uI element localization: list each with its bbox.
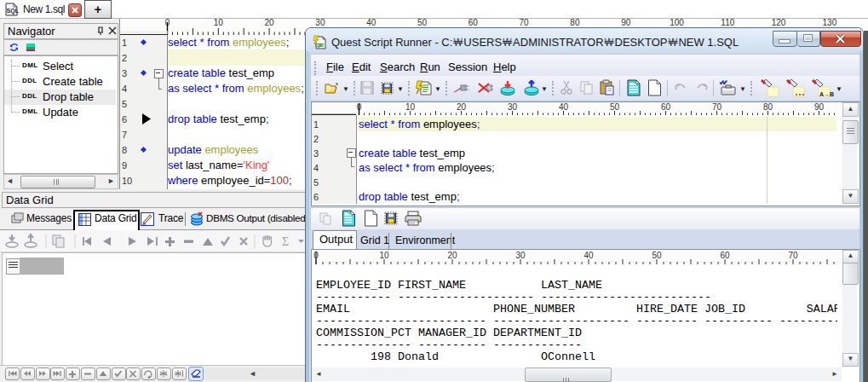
svg-text:10: 10 [379, 251, 389, 260]
svg-text:10: 10 [214, 19, 224, 27]
svg-text:40: 40 [559, 102, 569, 112]
svg-text:20: 20 [447, 251, 457, 260]
svg-text:100: 100 [670, 19, 684, 27]
svg-text:60: 60 [720, 251, 730, 260]
svg-text:70: 70 [520, 19, 530, 27]
svg-text:Σ: Σ [282, 235, 289, 248]
svg-text:20: 20 [265, 19, 275, 27]
svg-text:SQL: SQL [7, 8, 19, 14]
svg-text:60: 60 [468, 19, 479, 27]
svg-text:30: 30 [515, 251, 526, 260]
svg-text:50: 50 [652, 251, 662, 260]
svg-text:20: 20 [457, 102, 467, 112]
svg-text:60: 60 [661, 102, 671, 112]
svg-text:110: 110 [721, 19, 734, 27]
svg-text:30: 30 [315, 19, 325, 27]
svg-text:QSR: QSR [316, 43, 325, 48]
svg-text:70: 70 [712, 102, 722, 112]
svg-text:A→B: A→B [819, 91, 834, 97]
svg-text:90: 90 [814, 102, 825, 112]
svg-text:10: 10 [405, 102, 416, 112]
svg-text:40: 40 [366, 19, 377, 27]
svg-text:30: 30 [508, 102, 518, 112]
svg-text:120: 120 [772, 19, 786, 27]
svg-text:90: 90 [621, 19, 631, 27]
svg-text:40: 40 [583, 251, 594, 260]
svg-text:130: 130 [823, 19, 837, 27]
svg-text:80: 80 [570, 19, 580, 27]
svg-text:50: 50 [417, 19, 428, 27]
svg-text:70: 70 [788, 251, 798, 260]
svg-text:80: 80 [763, 102, 773, 112]
svg-text:50: 50 [610, 102, 620, 112]
